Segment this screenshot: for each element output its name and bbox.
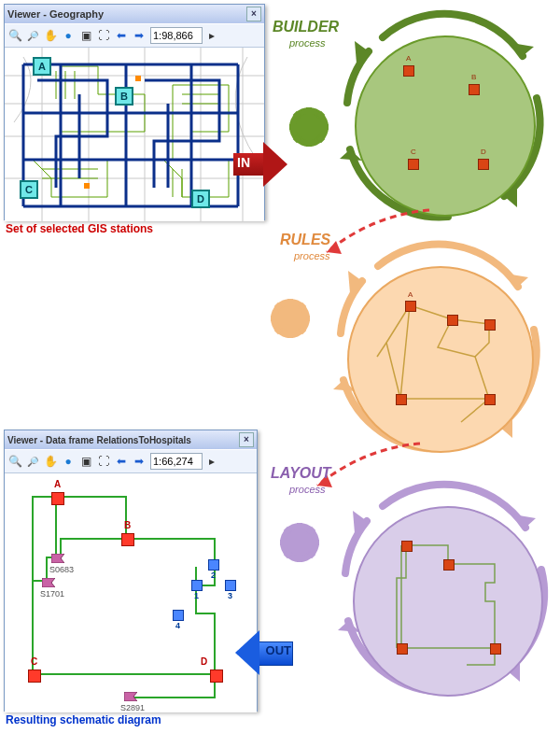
- viewer1-map[interactable]: A B C D: [5, 48, 264, 221]
- marker-d: D: [191, 190, 210, 208]
- hosp-2: [208, 559, 219, 571]
- zoom-in-icon[interactable]: 🔍: [7, 27, 23, 44]
- svg-rect-35: [284, 527, 291, 534]
- builder-gear-icon: [289, 107, 329, 147]
- full-extent-icon[interactable]: ▣: [77, 27, 94, 44]
- builder-circle: A B C D: [355, 35, 536, 217]
- scale-value: 1:66,274: [153, 456, 193, 467]
- svg-rect-8: [317, 111, 325, 119]
- in-arrow-label: IN: [237, 155, 250, 170]
- viewer1-title: Viewer - Geography: [7, 8, 104, 20]
- flag1-label: S0683: [49, 565, 74, 574]
- forward-icon[interactable]: ➡: [131, 27, 147, 44]
- viewer2-titlebar[interactable]: Viewer - Data frame RelationsToHospitals…: [5, 430, 257, 449]
- flag2-label: S1701: [40, 589, 64, 599]
- viewer2-canvas[interactable]: A B C D S0683 S1701 S2891 1 2 3 4: [5, 473, 257, 712]
- hosp-1: [191, 580, 203, 591]
- svg-rect-17: [287, 299, 293, 306]
- flag3-label: S2891: [120, 703, 145, 712]
- flag-icon: [42, 578, 55, 587]
- viewer1-caption: Set of selected GIS stations: [6, 222, 153, 235]
- svg-marker-44: [42, 578, 55, 587]
- svg-rect-32: [297, 555, 302, 562]
- rules-gear-icon: [271, 299, 310, 338]
- svg-rect-1: [84, 183, 90, 189]
- scale-dropdown-icon[interactable]: ▸: [203, 27, 220, 44]
- svg-rect-22: [299, 303, 306, 310]
- svg-rect-24: [299, 327, 306, 334]
- svg-rect-0: [135, 76, 141, 81]
- pan-icon[interactable]: ✋: [42, 453, 59, 470]
- zoom-in-icon[interactable]: 🔍: [7, 453, 23, 470]
- svg-rect-33: [280, 540, 287, 545]
- zoom-out-icon[interactable]: 🔎: [24, 27, 41, 44]
- svg-marker-45: [124, 692, 137, 701]
- out-arrow-icon: OUT: [231, 630, 293, 675]
- svg-rect-3: [306, 107, 312, 115]
- svg-rect-38: [308, 551, 315, 558]
- svg-rect-21: [274, 303, 282, 310]
- svg-rect-18: [287, 331, 293, 338]
- layout-circle: [353, 506, 543, 697]
- node-d: [210, 669, 223, 683]
- hosp-3: [225, 580, 236, 591]
- marker-a: A: [33, 57, 51, 76]
- marker-b: B: [115, 87, 133, 106]
- svg-rect-36: [308, 527, 315, 534]
- svg-rect-23: [274, 327, 282, 334]
- viewer-geography-window: Viewer - Geography × 🔍 🔎 ✋ ● ▣ ⛶ ⬅ ➡ 1:9…: [4, 4, 265, 220]
- node-b: [121, 533, 134, 546]
- viewer1-toolbar: 🔍 🔎 ✋ ● ▣ ⛶ ⬅ ➡ 1:98,866 ▸: [5, 23, 264, 48]
- svg-rect-34: [312, 540, 319, 545]
- marker-c: C: [20, 180, 38, 199]
- layout-gear-icon: [280, 523, 319, 562]
- svg-rect-9: [293, 135, 301, 143]
- viewer-result-window: Viewer - Data frame RelationsToHospitals…: [4, 430, 258, 712]
- viewer2-title: Viewer - Data frame RelationsToHospitals: [7, 435, 191, 445]
- expand-icon[interactable]: ⛶: [95, 453, 112, 470]
- svg-point-30: [287, 529, 313, 556]
- svg-rect-20: [302, 316, 310, 321]
- out-arrow-label: OUT: [266, 643, 291, 657]
- scale-dropdown-icon[interactable]: ▸: [203, 453, 220, 470]
- svg-rect-31: [297, 523, 302, 530]
- svg-rect-37: [284, 551, 291, 558]
- pan-icon[interactable]: ✋: [42, 27, 59, 44]
- globe-icon[interactable]: ●: [60, 453, 77, 470]
- globe-icon[interactable]: ●: [60, 27, 77, 44]
- builder-sub: process: [289, 37, 326, 49]
- layout-graph-icon: [355, 508, 541, 695]
- forward-icon[interactable]: ➡: [131, 453, 147, 470]
- svg-rect-19: [271, 316, 278, 321]
- full-extent-icon[interactable]: ▣: [77, 453, 94, 470]
- flag-icon: [124, 692, 137, 701]
- rules-circle: A: [347, 266, 534, 453]
- scale-input[interactable]: 1:98,866: [150, 27, 203, 44]
- back-icon[interactable]: ⬅: [113, 453, 130, 470]
- close-icon[interactable]: ×: [239, 432, 254, 447]
- viewer2-caption: Resulting schematic diagram: [6, 713, 161, 726]
- svg-point-16: [277, 305, 303, 331]
- expand-icon[interactable]: ⛶: [95, 27, 112, 44]
- node-c: [28, 669, 41, 683]
- scale-value: 1:98,866: [153, 30, 193, 41]
- in-arrow-icon: IN: [233, 142, 289, 187]
- svg-rect-10: [317, 135, 325, 143]
- svg-rect-4: [306, 139, 312, 147]
- svg-point-2: [296, 114, 322, 140]
- svg-rect-5: [289, 124, 297, 130]
- svg-marker-43: [51, 554, 64, 563]
- scale-input[interactable]: 1:66,274: [150, 453, 203, 470]
- node-a: [51, 492, 64, 505]
- close-icon[interactable]: ×: [246, 7, 261, 21]
- rules-graph-icon: [349, 268, 532, 451]
- layout-sub: process: [289, 484, 326, 495]
- viewer2-toolbar: 🔍 🔎 ✋ ● ▣ ⛶ ⬅ ➡ 1:66,274 ▸: [5, 449, 257, 473]
- svg-rect-7: [293, 111, 301, 119]
- viewer1-titlebar[interactable]: Viewer - Geography ×: [5, 5, 264, 23]
- zoom-out-icon[interactable]: 🔎: [24, 453, 41, 470]
- hosp-4: [173, 610, 184, 621]
- back-icon[interactable]: ⬅: [113, 27, 130, 44]
- flag-icon: [51, 554, 64, 563]
